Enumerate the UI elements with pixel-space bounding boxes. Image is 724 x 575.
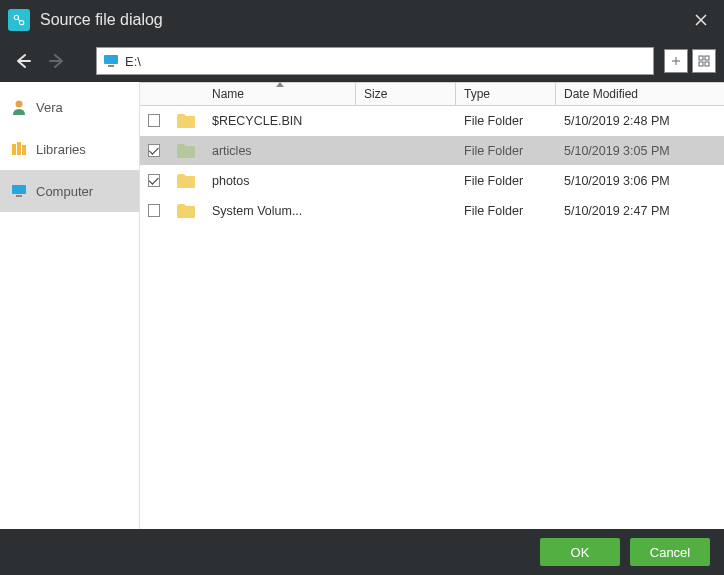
sidebar-item-label: Computer	[36, 184, 93, 199]
svg-rect-3	[108, 65, 114, 67]
svg-point-1	[19, 20, 23, 24]
column-icon	[168, 83, 204, 105]
table-row[interactable]: photosFile Folder5/10/2019 3:06 PM	[140, 166, 724, 196]
close-button[interactable]	[686, 5, 716, 35]
file-name: photos	[204, 174, 356, 188]
table-row[interactable]: $RECYCLE.BINFile Folder5/10/2019 2:48 PM	[140, 106, 724, 136]
row-checkbox[interactable]	[148, 144, 160, 157]
monitor-icon	[103, 54, 119, 68]
table-row[interactable]: System Volum...File Folder5/10/2019 2:47…	[140, 196, 724, 226]
file-type: File Folder	[456, 114, 556, 128]
file-name: System Volum...	[204, 204, 356, 218]
sidebar-item-computer[interactable]: Computer	[0, 170, 139, 212]
svg-rect-12	[12, 185, 26, 194]
svg-rect-6	[699, 62, 703, 66]
file-date: 5/10/2019 2:48 PM	[556, 114, 724, 128]
column-checkbox[interactable]	[140, 83, 168, 105]
forward-button[interactable]	[42, 46, 72, 76]
column-size[interactable]: Size	[356, 83, 456, 105]
row-checkbox[interactable]	[148, 174, 160, 187]
dialog-title: Source file dialog	[40, 11, 686, 29]
column-headers: Name Size Type Date Modified	[140, 82, 724, 106]
sidebar-item-label: Vera	[36, 100, 63, 115]
svg-point-0	[14, 15, 18, 19]
footer: OK Cancel	[0, 529, 724, 575]
column-name[interactable]: Name	[204, 83, 356, 105]
sort-asc-icon	[276, 82, 284, 87]
user-icon	[10, 98, 28, 116]
svg-point-8	[16, 101, 23, 108]
svg-rect-2	[104, 55, 118, 64]
svg-rect-5	[705, 56, 709, 60]
nav-toolbar: E:\	[0, 40, 724, 82]
sidebar-item-libraries[interactable]: Libraries	[0, 128, 139, 170]
folder-icon	[168, 173, 204, 189]
file-date: 5/10/2019 3:05 PM	[556, 144, 724, 158]
main-area: Vera Libraries Computer N	[0, 82, 724, 529]
column-date[interactable]: Date Modified	[556, 83, 724, 105]
file-type: File Folder	[456, 174, 556, 188]
svg-rect-4	[699, 56, 703, 60]
row-checkbox[interactable]	[148, 114, 160, 127]
file-area: Name Size Type Date Modified $RECYCLE.BI…	[140, 82, 724, 529]
sidebar-item-user[interactable]: Vera	[0, 86, 139, 128]
new-folder-button[interactable]	[664, 49, 688, 73]
titlebar: Source file dialog	[0, 0, 724, 40]
row-checkbox[interactable]	[148, 204, 160, 217]
ok-button[interactable]: OK	[540, 538, 620, 566]
sidebar-item-label: Libraries	[36, 142, 86, 157]
folder-icon	[168, 143, 204, 159]
computer-icon	[10, 182, 28, 200]
column-type[interactable]: Type	[456, 83, 556, 105]
view-mode-button[interactable]	[692, 49, 716, 73]
svg-rect-13	[16, 195, 22, 197]
svg-rect-10	[17, 142, 21, 155]
file-name: $RECYCLE.BIN	[204, 114, 356, 128]
file-name: articles	[204, 144, 356, 158]
file-type: File Folder	[456, 144, 556, 158]
svg-rect-7	[705, 62, 709, 66]
file-list[interactable]: $RECYCLE.BINFile Folder5/10/2019 2:48 PM…	[140, 106, 724, 529]
app-icon	[8, 9, 30, 31]
folder-icon	[168, 113, 204, 129]
svg-rect-11	[22, 145, 26, 155]
sidebar: Vera Libraries Computer	[0, 82, 140, 529]
libraries-icon	[10, 140, 28, 158]
file-type: File Folder	[456, 204, 556, 218]
file-date: 5/10/2019 2:47 PM	[556, 204, 724, 218]
table-row[interactable]: articlesFile Folder5/10/2019 3:05 PM	[140, 136, 724, 166]
file-date: 5/10/2019 3:06 PM	[556, 174, 724, 188]
svg-rect-9	[12, 144, 16, 155]
cancel-button[interactable]: Cancel	[630, 538, 710, 566]
back-button[interactable]	[8, 46, 38, 76]
folder-icon	[168, 203, 204, 219]
path-input[interactable]: E:\	[96, 47, 654, 75]
path-text: E:\	[125, 54, 141, 69]
